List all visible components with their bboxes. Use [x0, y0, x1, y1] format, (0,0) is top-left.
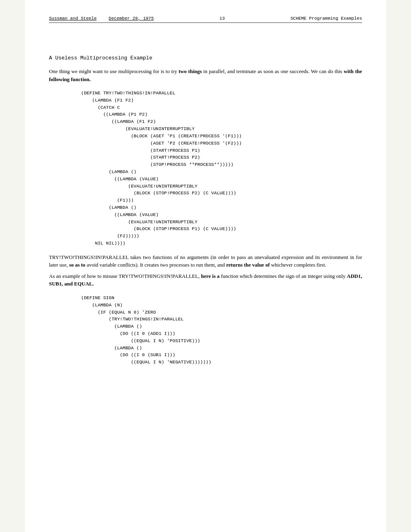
paragraph-1-text: One thing we might want to use multiproc… — [49, 68, 362, 82]
paragraph-2: TRY!TWO!THINGS!IN!PARALLEL takes two fun… — [49, 253, 362, 269]
paragraph-2-text: TRY!TWO!THINGS!IN!PARALLEL takes two fun… — [49, 254, 362, 268]
page: Sussman and Steele December 29, 1975 13 … — [25, 0, 386, 532]
section-title: A Useless Multiprocessing Example — [49, 55, 362, 61]
page-header: Sussman and Steele December 29, 1975 13 … — [49, 16, 362, 23]
code-block-1: (DEFINE TRY!TWO!THINGS!IN!PARALLEL (LAMB… — [81, 90, 362, 247]
header-authors: Sussman and Steele — [49, 16, 97, 21]
paragraph-1: One thing we might want to use multiproc… — [49, 67, 362, 83]
header-title: SCHEME Programming Examples — [291, 16, 362, 21]
header-date: December 29, 1975 — [109, 16, 154, 21]
paragraph-2-indent: As an example of how to misuse TRY!TWO!T… — [49, 272, 362, 288]
paragraph-2-indent-text: As an example of how to misuse TRY!TWO!T… — [49, 273, 362, 287]
header-page: 13 — [220, 16, 225, 21]
header-left: Sussman and Steele December 29, 1975 — [49, 16, 154, 21]
code-block-2: (DEFINE SIGN (LAMBDA (N) (IF (EQUAL N 0)… — [81, 294, 362, 366]
